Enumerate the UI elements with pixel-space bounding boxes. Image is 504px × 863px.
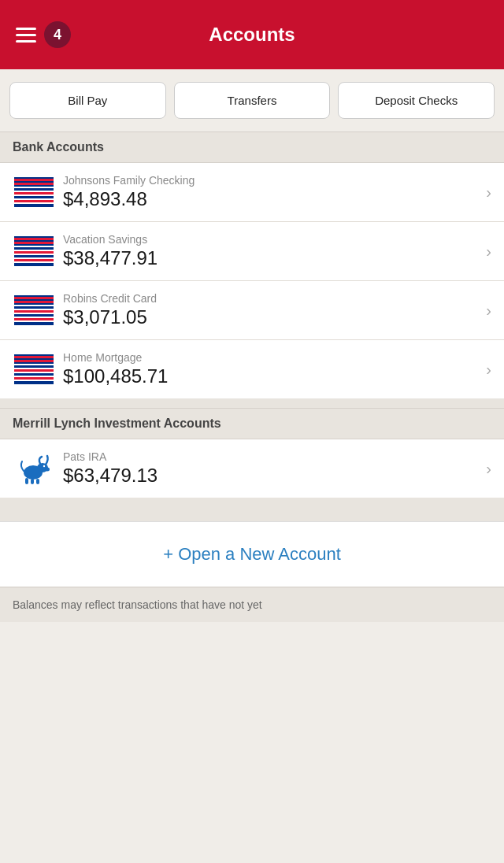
- svg-rect-8: [14, 192, 54, 194]
- svg-rect-46: [36, 479, 39, 484]
- svg-rect-21: [14, 263, 54, 266]
- account-balance: $100,485.71: [63, 365, 480, 387]
- svg-rect-18: [14, 251, 54, 254]
- svg-rect-3: [14, 183, 54, 185]
- svg-rect-33: [14, 360, 54, 362]
- account-balance: $38,477.91: [63, 247, 480, 269]
- notification-badge[interactable]: 4: [44, 21, 71, 48]
- account-name: Johnsons Family Checking: [63, 174, 480, 187]
- chevron-right-icon: ›: [486, 183, 491, 202]
- investment-accounts-list: Pats IRA $63,479.13 ›: [0, 439, 504, 498]
- svg-rect-41: [14, 381, 54, 384]
- account-info: Pats IRA $63,479.13: [63, 450, 480, 487]
- chevron-right-icon: ›: [486, 302, 491, 320]
- footer-disclaimer: Balances may reflect transactions that h…: [0, 587, 504, 622]
- account-name: Pats IRA: [63, 450, 480, 463]
- page-title: Accounts: [0, 24, 504, 46]
- open-new-account-link[interactable]: + Open a New Account: [163, 544, 341, 564]
- account-row[interactable]: Home Mortgage $100,485.71 ›: [0, 340, 504, 398]
- svg-rect-19: [14, 255, 54, 257]
- svg-rect-5: [14, 181, 54, 183]
- boa-logo-icon: [13, 175, 55, 209]
- account-balance: $63,479.13: [63, 465, 480, 487]
- chevron-right-icon: ›: [486, 243, 491, 261]
- account-name: Robins Credit Card: [63, 292, 480, 305]
- section-gap: [0, 398, 504, 408]
- account-name: Home Mortgage: [63, 351, 480, 364]
- svg-rect-29: [14, 314, 54, 317]
- svg-rect-2: [14, 179, 54, 181]
- svg-rect-40: [14, 377, 54, 380]
- svg-rect-45: [31, 479, 34, 484]
- svg-rect-34: [14, 354, 54, 356]
- svg-rect-44: [25, 478, 28, 484]
- account-info: Johnsons Family Checking $4,893.48: [63, 174, 480, 210]
- svg-rect-14: [14, 236, 54, 238]
- svg-rect-10: [14, 200, 54, 202]
- svg-rect-11: [14, 204, 54, 207]
- account-info: Home Mortgage $100,485.71: [63, 351, 480, 387]
- account-row[interactable]: Johnsons Family Checking $4,893.48 ›: [0, 163, 504, 222]
- svg-rect-15: [14, 240, 54, 242]
- boa-logo-icon: [13, 352, 55, 387]
- svg-rect-4: [14, 177, 54, 179]
- account-balance: $4,893.48: [63, 188, 480, 210]
- bill-pay-button[interactable]: Bill Pay: [9, 82, 166, 119]
- account-info: Vacation Savings $38,477.91: [63, 233, 480, 269]
- svg-rect-38: [14, 369, 54, 372]
- svg-rect-27: [14, 306, 54, 309]
- account-row[interactable]: Robins Credit Card $3,071.05 ›: [0, 281, 504, 340]
- chevron-right-icon: ›: [486, 460, 491, 478]
- app-header: 4 Accounts: [0, 0, 504, 69]
- svg-rect-7: [14, 188, 54, 191]
- bank-accounts-list: Johnsons Family Checking $4,893.48 › Vac…: [0, 163, 504, 398]
- boa-logo-icon: [13, 293, 55, 328]
- svg-rect-12: [14, 238, 54, 240]
- svg-rect-39: [14, 373, 54, 376]
- menu-button[interactable]: [13, 24, 39, 46]
- chevron-right-icon: ›: [486, 361, 491, 379]
- svg-rect-30: [14, 318, 54, 320]
- merrill-lynch-logo-icon: [13, 451, 55, 486]
- action-buttons-row: Bill Pay Transfers Deposit Checks: [0, 69, 504, 131]
- bank-accounts-section-header: Bank Accounts: [0, 131, 504, 163]
- svg-rect-22: [14, 297, 54, 299]
- svg-rect-9: [14, 196, 54, 198]
- svg-rect-13: [14, 242, 54, 244]
- svg-rect-6: [14, 185, 54, 187]
- svg-rect-31: [14, 322, 54, 325]
- open-account-section: + Open a New Account: [0, 521, 504, 587]
- svg-rect-24: [14, 295, 54, 297]
- svg-rect-26: [14, 303, 54, 305]
- svg-rect-32: [14, 356, 54, 358]
- svg-rect-16: [14, 244, 54, 246]
- svg-rect-25: [14, 299, 54, 301]
- account-row[interactable]: Vacation Savings $38,477.91 ›: [0, 222, 504, 281]
- svg-point-47: [45, 468, 50, 472]
- svg-rect-17: [14, 247, 54, 250]
- boa-logo-icon: [13, 234, 55, 269]
- svg-rect-35: [14, 358, 54, 360]
- svg-rect-28: [14, 310, 54, 313]
- svg-point-48: [43, 465, 45, 467]
- deposit-checks-button[interactable]: Deposit Checks: [338, 82, 495, 119]
- transfers-button[interactable]: Transfers: [174, 82, 331, 119]
- account-row[interactable]: Pats IRA $63,479.13 ›: [0, 439, 504, 498]
- svg-rect-20: [14, 259, 54, 261]
- section-gap-2: [0, 498, 504, 521]
- svg-rect-37: [14, 365, 54, 368]
- account-info: Robins Credit Card $3,071.05: [63, 292, 480, 328]
- investment-section-header: Merrill Lynch Investment Accounts: [0, 408, 504, 439]
- account-balance: $3,071.05: [63, 306, 480, 328]
- svg-rect-36: [14, 362, 54, 364]
- svg-rect-23: [14, 301, 54, 303]
- account-name: Vacation Savings: [63, 233, 480, 246]
